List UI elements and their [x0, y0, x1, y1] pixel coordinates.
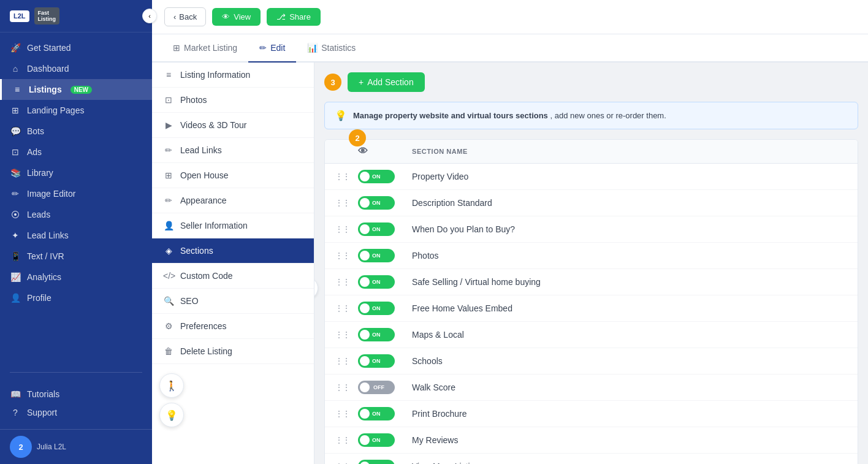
- drag-handle[interactable]: ⋮⋮: [335, 198, 353, 208]
- panel-item-preferences[interactable]: ⚙ Preferences: [152, 314, 314, 339]
- sidebar-item-image-editor[interactable]: ✏ Image Editor: [0, 183, 152, 204]
- toggle-walk-score[interactable]: OFF: [358, 381, 407, 394]
- text-ivr-icon: 📱: [10, 251, 21, 261]
- sidebar-item-landing-pages[interactable]: ⊞ Landing Pages: [0, 100, 152, 121]
- library-icon: 📚: [10, 168, 21, 178]
- step-2-badge: 2: [349, 129, 366, 146]
- sidebar-item-get-started[interactable]: 🚀 Get Started: [0, 37, 152, 58]
- sections-table: 👁 SECTION NAME ⋮⋮ ON: [324, 139, 858, 464]
- tab-statistics[interactable]: 📊 Statistics: [296, 34, 367, 63]
- sidebar-logo: L2L FastListing: [0, 0, 152, 32]
- toggle-view-more-listings[interactable]: ON: [358, 460, 407, 464]
- list-icon: ≡: [12, 85, 23, 94]
- sidebar-nav: 🚀 Get Started ⌂ Dashboard ≡ Listings NEW…: [0, 32, 152, 367]
- panel-item-open-house[interactable]: ⊞ Open House: [152, 163, 314, 188]
- delete-icon: 🗑: [163, 346, 174, 356]
- view-button[interactable]: 👁 View: [212, 8, 261, 26]
- share-button[interactable]: ⎇ Share: [267, 8, 321, 26]
- drag-handle[interactable]: ⋮⋮: [335, 462, 353, 464]
- analytics-icon: 📈: [10, 272, 21, 282]
- toggle-free-home-values[interactable]: ON: [358, 302, 407, 315]
- sidebar-item-ads[interactable]: ⊡ Ads: [0, 142, 152, 162]
- sidebar-collapse-button[interactable]: ‹: [142, 9, 157, 23]
- toggle-schools[interactable]: ON: [358, 354, 407, 368]
- toggle-photos[interactable]: ON: [358, 249, 407, 262]
- section-name-view-more-listings: View More Listings: [412, 462, 848, 464]
- panel-item-seo[interactable]: 🔍 SEO: [152, 289, 314, 314]
- sidebar-item-profile[interactable]: 👤 Profile: [0, 287, 152, 308]
- panel-item-sections[interactable]: ◈ Sections: [152, 238, 314, 264]
- toggle-description-standard[interactable]: ON: [358, 196, 407, 210]
- image-editor-icon: ✏: [10, 189, 21, 199]
- add-section-button[interactable]: + Add Section: [348, 72, 425, 92]
- rocket-icon: 🚀: [10, 43, 21, 53]
- toggle-property-video[interactable]: ON: [358, 170, 407, 183]
- panel-item-custom-code[interactable]: </> Custom Code: [152, 264, 314, 289]
- panel-item-lead-links[interactable]: ✏ Lead Links: [152, 138, 314, 163]
- sidebar-item-tutorials[interactable]: 📖 Tutorials: [10, 385, 142, 403]
- panel-item-videos-3d-tour[interactable]: ▶ Videos & 3D Tour: [152, 113, 314, 138]
- list-icon: ≡: [163, 70, 174, 80]
- back-button[interactable]: ‹ Back: [164, 7, 206, 26]
- drag-handle[interactable]: ⋮⋮: [335, 435, 353, 445]
- sidebar-item-support[interactable]: ? Support: [10, 403, 142, 422]
- section-name-property-video: Property Video: [412, 172, 848, 181]
- drag-handle[interactable]: ⋮⋮: [335, 409, 353, 419]
- drag-handle[interactable]: ⋮⋮: [335, 356, 353, 366]
- toggle-print-brochure[interactable]: ON: [358, 407, 407, 420]
- lead-links-icon: ✏: [163, 145, 174, 155]
- panel-item-delete-listing[interactable]: 🗑 Delete Listing: [152, 339, 314, 364]
- market-listing-icon: ⊞: [173, 43, 180, 53]
- sidebar-item-library[interactable]: 📚 Library: [0, 162, 152, 183]
- sidebar-item-leads[interactable]: ⦿ Leads: [0, 204, 152, 225]
- step-2-area: 2: [349, 129, 366, 146]
- sidebar-item-dashboard[interactable]: ⌂ Dashboard: [0, 58, 152, 79]
- tab-edit[interactable]: ✏ Edit: [248, 34, 296, 63]
- drag-handle[interactable]: ⋮⋮: [335, 172, 353, 181]
- sidebar-item-analytics[interactable]: 📈 Analytics: [0, 267, 152, 287]
- table-row: ⋮⋮ OFF Walk Score: [325, 375, 858, 401]
- table-row: ⋮⋮ ON Property Video: [325, 164, 858, 190]
- sidebar-item-text-ivr[interactable]: 📱 Text / IVR: [0, 246, 152, 267]
- section-name-print-brochure: Print Brochure: [412, 409, 848, 419]
- table-row: ⋮⋮ ON My Reviews: [325, 427, 858, 454]
- tab-market-listing[interactable]: ⊞ Market Listing: [162, 34, 248, 63]
- table-row: ⋮⋮ ON Photos: [325, 243, 858, 269]
- lead-links-icon: ✦: [10, 230, 21, 240]
- drag-handle[interactable]: ⋮⋮: [335, 224, 353, 234]
- step-3-badge: 3: [324, 74, 341, 91]
- sidebar-item-listings[interactable]: ≡ Listings NEW: [0, 79, 152, 100]
- preferences-icon: ⚙: [163, 321, 174, 331]
- table-row: ⋮⋮ ON When Do you Plan to Buy?: [325, 216, 858, 243]
- appearance-icon: ✏: [163, 196, 174, 205]
- sidebar-item-bots[interactable]: 💬 Bots: [0, 121, 152, 142]
- toggle-when-do-you-plan[interactable]: ON: [358, 222, 407, 236]
- table-row: ⋮⋮ ON Print Brochure: [325, 401, 858, 427]
- panel-item-photos[interactable]: ⊡ Photos: [152, 88, 314, 113]
- pages-icon: ⊞: [10, 105, 21, 115]
- share-icon: ⎇: [276, 12, 286, 21]
- drag-handle[interactable]: ⋮⋮: [335, 303, 353, 313]
- section-name-photos: Photos: [412, 251, 848, 261]
- sidebar-item-lead-links[interactable]: ✦ Lead Links: [0, 225, 152, 246]
- sidebar-divider: [10, 372, 142, 373]
- panel-item-seller-information[interactable]: 👤 Seller Information: [152, 213, 314, 238]
- drag-handle[interactable]: ⋮⋮: [335, 277, 353, 287]
- eye-icon: 👁: [222, 12, 230, 21]
- col-section-name: SECTION NAME: [412, 148, 848, 155]
- layout-area: ≡ Listing Information ⊡ Photos ▶ Videos …: [152, 63, 868, 464]
- drag-handle[interactable]: ⋮⋮: [335, 330, 353, 340]
- drag-handle[interactable]: ⋮⋮: [335, 251, 353, 261]
- toggle-my-reviews[interactable]: ON: [358, 433, 407, 447]
- col-toggle: 👁: [358, 146, 407, 157]
- toggle-maps-local[interactable]: ON: [358, 328, 407, 341]
- tab-bar: ⊞ Market Listing ✏ Edit 📊 Statistics: [152, 34, 868, 63]
- table-row: ⋮⋮ ON Schools: [325, 348, 858, 375]
- drag-cursor-btn[interactable]: ✛: [314, 277, 318, 299]
- section-name-maps-local: Maps & Local: [412, 330, 848, 340]
- drag-handle[interactable]: ⋮⋮: [335, 382, 353, 392]
- panel-item-listing-information[interactable]: ≡ Listing Information: [152, 63, 314, 88]
- sidebar: L2L FastListing 🚀 Get Started ⌂ Dashboar…: [0, 0, 152, 464]
- toggle-safe-selling[interactable]: ON: [358, 275, 407, 289]
- panel-item-appearance[interactable]: ✏ Appearance: [152, 188, 314, 213]
